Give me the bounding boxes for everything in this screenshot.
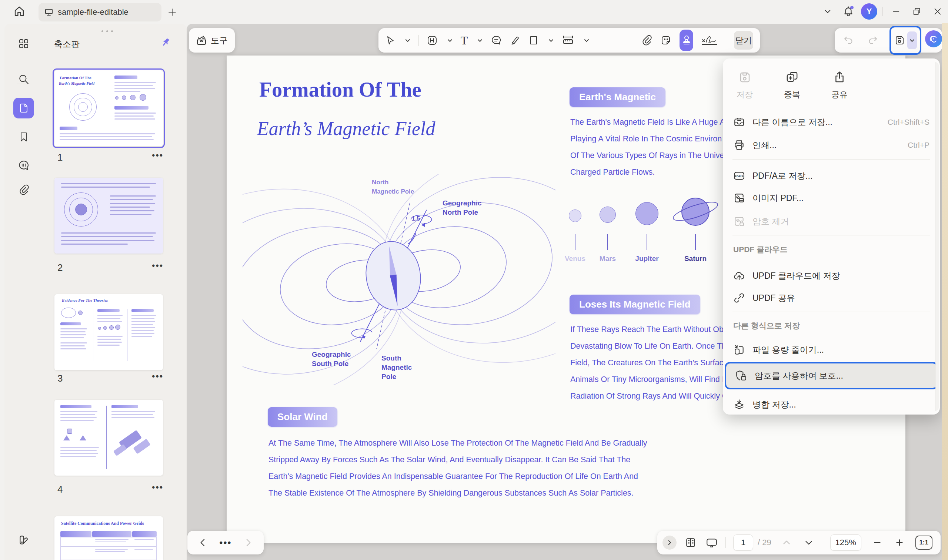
thumbnail-page-5[interactable]: Satellite Communications And Power Grids: [54, 516, 163, 560]
expand-panel-button[interactable]: [663, 535, 677, 550]
sidebar-tab-thumbnails[interactable]: [13, 98, 34, 118]
more-pages-button[interactable]: •••: [219, 537, 231, 549]
sticker-tool[interactable]: [660, 34, 672, 46]
compress-icon: [733, 344, 745, 356]
shape-tool-chevron[interactable]: [548, 37, 554, 43]
menu-scrollbar[interactable]: [936, 62, 939, 411]
print-icon: [733, 139, 745, 151]
heading-tool-chevron[interactable]: [447, 37, 453, 43]
menu-item-merge-save[interactable]: 병합 저장...: [728, 394, 935, 415]
pin-panel-icon[interactable]: [160, 37, 171, 48]
close-window-button[interactable]: [927, 0, 948, 23]
redo-button[interactable]: [867, 35, 879, 46]
menu-item-save-pdfa[interactable]: PDF/A PDF/A로 저장...: [728, 165, 935, 187]
page-2-options[interactable]: •••: [152, 261, 163, 271]
stamp-tool-active[interactable]: [680, 29, 693, 51]
menu-item-reduce-file-size[interactable]: 파일 용량 줄이기...: [728, 338, 935, 361]
select-tool-chevron[interactable]: [405, 37, 411, 43]
page-number-1: 1: [57, 152, 63, 163]
tab-title: sample-file-editable: [58, 8, 128, 17]
select-tool[interactable]: [385, 35, 396, 46]
close-mode-button[interactable]: 닫기: [734, 31, 753, 49]
doc-title-line1: Formation Of The: [259, 78, 421, 102]
menu-item-save-as[interactable]: 다른 이름으로 저장... Ctrl+Shift+S: [728, 111, 935, 133]
save-dropdown-chip[interactable]: [907, 31, 917, 49]
thumbnail-page-3[interactable]: Evidence For The Theories: [54, 294, 163, 370]
account-avatar[interactable]: Y: [859, 0, 880, 23]
label-south-magnetic-pole: SouthMagneticPole: [381, 354, 412, 381]
menu-item-protect-with-password-highlighted[interactable]: 암호를 사용하여 보호...: [725, 362, 938, 389]
paragraph-solar: At The Same Time, The Atmosphere Will Al…: [268, 435, 647, 502]
sidebar-tab-attachments[interactable]: [13, 180, 34, 200]
menu-quick-share[interactable]: 공유: [820, 65, 859, 106]
signature-tool[interactable]: [701, 34, 718, 47]
sidebar: 축소판 Formation Of The Earth's Magnetic Fi…: [5, 24, 187, 560]
monitor-icon: [45, 8, 53, 17]
thumbnail-page-4[interactable]: [54, 400, 163, 475]
zoom-level-input[interactable]: 125%: [830, 534, 861, 551]
next-view-button[interactable]: [243, 538, 253, 548]
zoom-out-button[interactable]: [872, 538, 882, 548]
save-icon: [894, 35, 905, 46]
menu-quick-duplicate[interactable]: 중복: [772, 65, 812, 106]
document-tab[interactable]: sample-file-editable: [39, 3, 162, 22]
save-as-icon: [733, 116, 745, 128]
doc-title-line2: Earth’s Magnetic Field: [257, 118, 435, 140]
new-tab-button[interactable]: [166, 6, 179, 18]
window-menu-chevron[interactable]: [817, 0, 838, 23]
menu-item-image-pdf[interactable]: 이미지 PDF...: [728, 187, 935, 209]
sidebar-tab-grid[interactable]: [13, 33, 34, 54]
comment-tool[interactable]: [491, 35, 502, 46]
page-number-2: 2: [57, 262, 63, 274]
menu-item-print[interactable]: 인쇄... Ctrl+P: [728, 134, 935, 156]
previous-page-button[interactable]: [782, 538, 791, 548]
text-tool[interactable]: T: [461, 35, 468, 46]
restore-button[interactable]: [906, 0, 927, 23]
thumbnail-page-1[interactable]: Formation Of The Earth's Magnetic Field: [54, 70, 163, 146]
svg-text:PDF/A: PDF/A: [735, 175, 744, 178]
heading-tool[interactable]: [427, 35, 438, 46]
menu-item-remove-password: 암호 제거: [728, 210, 935, 232]
menu-item-save-to-cloud[interactable]: UPDF 클라우드에 저장: [728, 265, 935, 287]
attach-tool[interactable]: [641, 35, 652, 46]
presentation-button[interactable]: [706, 536, 718, 549]
minimize-button[interactable]: [886, 0, 906, 23]
text-tool-chevron[interactable]: [477, 37, 483, 43]
sidebar-tab-search[interactable]: [13, 69, 34, 89]
page-layout-button[interactable]: [685, 537, 697, 549]
sidebar-swatches-icon[interactable]: [13, 530, 34, 550]
tools-button[interactable]: 도구: [189, 28, 235, 52]
notification-dot: [850, 6, 854, 9]
toolbox-icon: [196, 35, 207, 46]
ai-assistant-button[interactable]: [925, 30, 942, 48]
measure-tool-chevron[interactable]: [584, 37, 590, 43]
actual-size-button[interactable]: 1:1: [916, 535, 933, 550]
thumbnail-page-2[interactable]: [54, 178, 163, 254]
menu-section-updf-cloud: UPDF 클라우드: [733, 244, 788, 255]
prev-view-button[interactable]: [198, 538, 208, 548]
annotation-toolbar: T 닫기: [378, 28, 760, 52]
menu-divider: [732, 159, 930, 160]
sidebar-tab-comments[interactable]: [13, 155, 34, 176]
save-split-button-highlighted[interactable]: [889, 26, 921, 55]
page-number-input[interactable]: 1: [733, 534, 753, 551]
home-button[interactable]: [11, 5, 28, 18]
page-4-options[interactable]: •••: [152, 482, 163, 492]
undo-button[interactable]: [843, 35, 854, 46]
panel-drag-handle[interactable]: [102, 30, 113, 32]
notifications-button[interactable]: [838, 0, 859, 23]
menu-section-other-formats: 다른 형식으로 저장: [733, 320, 800, 331]
page-1-options[interactable]: •••: [152, 150, 163, 161]
zoom-in-button[interactable]: [895, 538, 904, 548]
sidebar-tab-bookmarks[interactable]: [13, 126, 34, 147]
shape-tool[interactable]: [529, 35, 539, 46]
measure-tool[interactable]: [562, 34, 574, 47]
highlighter-tool[interactable]: [510, 35, 521, 46]
remove-password-icon: [733, 215, 745, 227]
cloud-upload-icon: [733, 270, 745, 282]
save-dropdown-menu: 저장 중복 공유 다른 이름으로 저장... Ctrl+Shift+S 인쇄..…: [723, 58, 940, 415]
next-page-button[interactable]: [804, 538, 814, 548]
page-number-4: 4: [57, 484, 63, 495]
menu-item-updf-share[interactable]: UPDF 공유: [728, 287, 935, 309]
page-3-options[interactable]: •••: [152, 371, 163, 382]
